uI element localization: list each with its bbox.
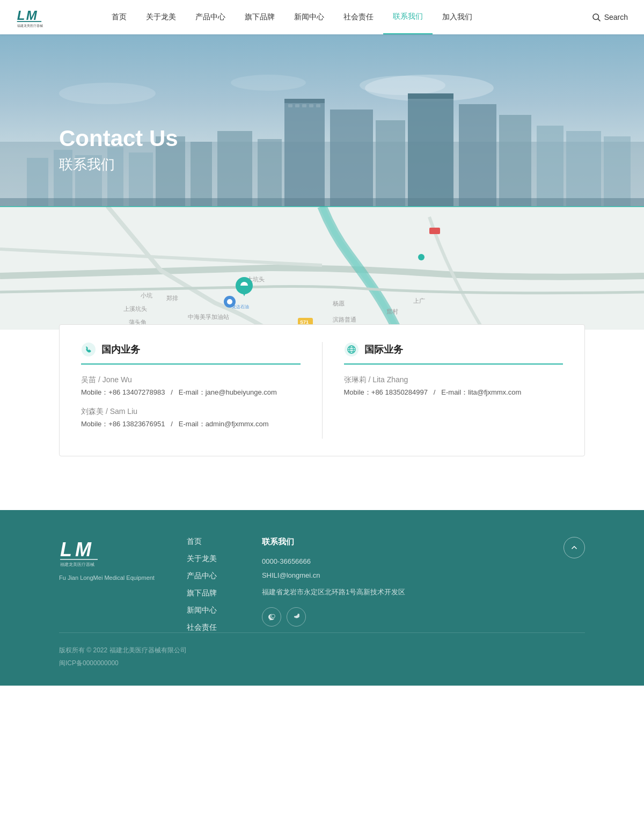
svg-rect-31	[459, 104, 496, 206]
nav-brands[interactable]: 旗下品牌	[235, 0, 284, 34]
svg-rect-23	[295, 104, 299, 107]
wechat-button[interactable]	[262, 607, 281, 627]
svg-text:福建龙美医疗器械: 福建龙美医疗器械	[17, 24, 43, 27]
footer-nav-products[interactable]: 产品中心	[187, 571, 230, 581]
copyright: 版权所有 © 2022 福建北美医疗器械有限公司	[59, 644, 585, 657]
svg-line-5	[598, 19, 600, 21]
footer-contact-title: 联系我们	[262, 537, 564, 547]
svg-point-60	[82, 343, 96, 356]
international-title: 国际业务	[344, 342, 564, 365]
footer-contact: 联系我们 0000-36656666 SHILI@longmei.cn 福建省龙…	[262, 537, 564, 632]
hero-content: Contact Us 联系我们	[59, 125, 178, 174]
svg-rect-22	[288, 104, 292, 107]
footer-nav-about[interactable]: 关于龙美	[187, 554, 230, 564]
svg-text:M: M	[26, 8, 38, 23]
navigation: 首页 关于龙美 产品中心 旗下品牌 新闻中心 社会责任 联系我们 加入我们	[102, 0, 591, 34]
footer: L M 福建龙美医疗器械 Fu Jian LongMei Medical Equ…	[0, 510, 644, 686]
search-area[interactable]: Search	[591, 12, 628, 22]
international-person1: 张琳莉 / Lita Zhang Mobile：+86 18350284997 …	[344, 375, 564, 398]
svg-point-8	[59, 83, 156, 104]
nav-products[interactable]: 产品中心	[186, 0, 235, 34]
weibo-button[interactable]	[287, 607, 306, 627]
footer-phone: 0000-36656666 SHILI@longmei.cn	[262, 555, 564, 583]
search-icon	[591, 12, 601, 22]
footer-social	[262, 607, 564, 627]
back-to-top-button[interactable]	[564, 537, 585, 558]
domestic-person2-name: 刘森美 / Sam Liu	[81, 407, 301, 417]
svg-point-9	[231, 75, 306, 91]
hero-section: Contact Us 联系我们	[0, 34, 644, 206]
svg-rect-27	[330, 110, 373, 206]
svg-rect-21	[284, 99, 325, 103]
svg-text:杨愿: 杨愿	[332, 300, 345, 307]
globe-icon	[344, 342, 359, 357]
intl-person1-info: Mobile：+86 18350284997 / E-mail：lita@fjx…	[344, 387, 564, 398]
svg-rect-24	[302, 104, 306, 107]
icp: 闽ICP备0000000000	[59, 657, 585, 670]
svg-point-57	[418, 254, 425, 260]
domestic-title: 国内业务	[81, 342, 301, 365]
svg-text:L: L	[17, 8, 25, 23]
nav-home[interactable]: 首页	[102, 0, 136, 34]
domestic-person1: 吴苗 / Jone Wu Mobile：+86 13407278983 / E-…	[81, 375, 301, 398]
nav-csr[interactable]: 社会责任	[334, 0, 383, 34]
footer-bottom: 版权所有 © 2022 福建北美医疗器械有限公司 闽ICP备0000000000	[59, 632, 585, 670]
footer-nav-news[interactable]: 新闻中心	[187, 606, 230, 615]
domestic-person2: 刘森美 / Sam Liu Mobile：+86 13823676951 / E…	[81, 407, 301, 430]
svg-text:福建龙美医疗器械: 福建龙美医疗器械	[60, 562, 94, 567]
nav-contact[interactable]: 联系我们	[383, 0, 433, 34]
svg-rect-28	[376, 120, 405, 206]
svg-rect-33	[537, 126, 564, 206]
svg-point-55	[227, 299, 232, 304]
nav-join[interactable]: 加入我们	[433, 0, 482, 34]
nav-about[interactable]: 关于龙美	[136, 0, 186, 34]
footer-address: 福建省龙岩市永定区北环路1号高新技术开发区	[262, 587, 564, 598]
svg-text:窟村: 窟村	[386, 308, 398, 315]
svg-rect-34	[566, 131, 601, 206]
svg-text:郑排: 郑排	[166, 295, 178, 301]
svg-rect-25	[309, 104, 313, 107]
svg-point-71	[272, 615, 275, 618]
header: L M 福建龙美医疗器械 首页 关于龙美 产品中心 旗下品牌 新闻中心 社会责任…	[0, 0, 644, 34]
search-label: Search	[604, 13, 628, 21]
svg-point-7	[360, 76, 445, 95]
footer-logo-subtext: Fu Jian LongMei Medical Equipment	[59, 573, 155, 583]
hero-title-cn: 联系我们	[59, 155, 178, 174]
footer-nav-csr[interactable]: 社会责任	[187, 623, 230, 632]
hero-title-en: Contact Us	[59, 125, 178, 152]
svg-text:上溪坑头: 上溪坑头	[123, 305, 147, 312]
domestic-person1-info: Mobile：+86 13407278983 / E-mail：jane@hub…	[81, 387, 301, 398]
footer-nav-brands[interactable]: 旗下品牌	[187, 588, 230, 598]
svg-rect-58	[429, 228, 440, 234]
domestic-person1-name: 吴苗 / Jone Wu	[81, 375, 301, 385]
svg-text:龙达石油: 龙达石油	[232, 304, 249, 309]
svg-rect-35	[604, 136, 631, 206]
svg-text:上广: 上广	[413, 297, 425, 304]
svg-text:L: L	[60, 539, 72, 561]
footer-logo: L M 福建龙美医疗器械 Fu Jian LongMei Medical Equ…	[59, 537, 155, 632]
svg-rect-17	[191, 142, 212, 206]
svg-rect-19	[258, 139, 282, 206]
map-section: 小坑 小坑 大坑头 上溪坑头 郑排 中海美孚加油站 蒲头角 滨路普通 杨愿 窟村…	[0, 206, 644, 330]
svg-text:M: M	[75, 539, 92, 561]
nav-news[interactable]: 新闻中心	[284, 0, 334, 34]
svg-rect-30	[408, 93, 453, 99]
contact-card: 国内业务 吴苗 / Jone Wu Mobile：+86 13407278983…	[59, 324, 585, 456]
domestic-person2-info: Mobile：+86 13823676951 / E-mail：admin@fj…	[81, 419, 301, 430]
phone-icon	[81, 342, 96, 357]
domestic-contact: 国内业务 吴苗 / Jone Wu Mobile：+86 13407278983…	[81, 342, 301, 439]
intl-person1-name: 张琳莉 / Lita Zhang	[344, 375, 564, 385]
international-contact: 国际业务 张琳莉 / Lita Zhang Mobile：+86 1835028…	[344, 342, 564, 439]
svg-rect-26	[316, 104, 320, 107]
svg-rect-32	[499, 115, 531, 206]
svg-point-4	[593, 14, 599, 20]
svg-rect-29	[408, 93, 453, 206]
logo[interactable]: L M 福建龙美医疗器械	[16, 6, 80, 28]
svg-rect-18	[217, 131, 252, 206]
footer-nav-home[interactable]: 首页	[187, 537, 230, 547]
svg-text:滨路普通: 滨路普通	[333, 316, 356, 323]
footer-navigation: 首页 关于龙美 产品中心 旗下品牌 新闻中心 社会责任	[187, 537, 230, 632]
svg-rect-20	[284, 99, 325, 206]
svg-text:中海美孚加油站: 中海美孚加油站	[188, 314, 229, 320]
svg-rect-36	[0, 198, 644, 206]
